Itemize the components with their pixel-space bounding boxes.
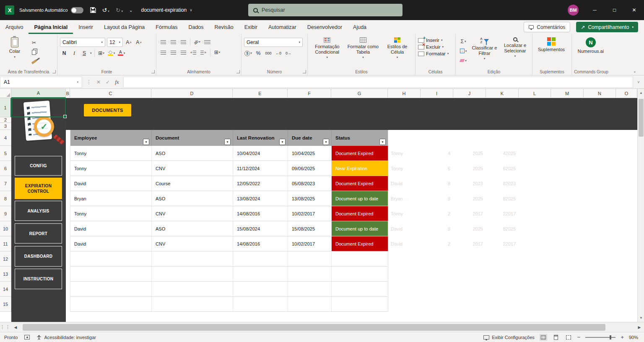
- column-header-n[interactable]: N: [584, 89, 616, 98]
- dialog-launcher-icon[interactable]: [52, 70, 56, 73]
- sort-filter-button[interactable]: AZ Classificar e Filtrar ▾: [470, 36, 499, 68]
- thousand-separator-icon[interactable]: 000: [264, 49, 273, 57]
- select-all-corner[interactable]: [0, 89, 11, 98]
- title-chevron-icon[interactable]: ∨: [190, 8, 192, 12]
- orientation-icon[interactable]: ab▾: [193, 38, 201, 46]
- row-header-12[interactable]: 12: [0, 251, 11, 267]
- wrap-text-icon[interactable]: [203, 38, 211, 46]
- tab-pagina-inicial[interactable]: Página Inicial: [29, 20, 73, 34]
- cell-last-renovation[interactable]: 11/12/2024: [233, 161, 288, 176]
- maximize-button[interactable]: □: [605, 0, 624, 20]
- tab-desenvolvedor[interactable]: Desenvolvedor: [302, 20, 348, 34]
- align-center-icon[interactable]: [169, 48, 177, 57]
- autosum-icon[interactable]: Σ▾: [458, 37, 468, 45]
- underline-icon[interactable]: S: [80, 49, 88, 57]
- insert-function-icon[interactable]: fx: [115, 79, 119, 86]
- align-middle-icon[interactable]: [169, 38, 177, 46]
- cut-icon[interactable]: ✂: [29, 39, 39, 47]
- column-header-m[interactable]: M: [551, 89, 584, 98]
- filter-icon[interactable]: ▾: [143, 139, 149, 145]
- row-header-5[interactable]: 5: [0, 146, 11, 161]
- selected-cell-a1[interactable]: [11, 98, 66, 117]
- table-row-empty[interactable]: [70, 282, 388, 297]
- decrease-font-icon[interactable]: A˅: [135, 38, 143, 47]
- cell-last-renovation[interactable]: 15/08/2024: [233, 221, 288, 236]
- format-as-table-button[interactable]: Formatar como Tabela ▾: [346, 36, 380, 68]
- filter-icon[interactable]: ▾: [279, 139, 286, 145]
- autosave-toggle[interactable]: [71, 7, 83, 13]
- paste-button[interactable]: Colar ▾: [3, 36, 27, 68]
- cancel-icon[interactable]: ✕: [96, 79, 101, 85]
- increase-font-icon[interactable]: A˄: [125, 38, 133, 47]
- cell-last-renovation[interactable]: 12/05/2022: [233, 176, 288, 191]
- save-icon[interactable]: [90, 7, 96, 13]
- cell-due-date[interactable]: 10/02/2017: [288, 206, 332, 221]
- filter-icon[interactable]: ▾: [379, 139, 386, 145]
- sidebar-item-report[interactable]: REPORT: [15, 223, 62, 244]
- cell-document[interactable]: ASO: [152, 221, 233, 236]
- vertical-scroll-thumb[interactable]: [639, 99, 644, 137]
- dialog-launcher-icon[interactable]: [303, 70, 306, 73]
- sidebar-item-dashboard[interactable]: DASHBOARD: [15, 246, 62, 267]
- font-color-icon[interactable]: A ▾: [117, 49, 126, 57]
- normal-view-icon[interactable]: [540, 334, 547, 341]
- cell-styles-button[interactable]: Estilos de Célula ▾: [382, 36, 413, 68]
- format-painter-icon[interactable]: [29, 58, 39, 66]
- status-badge[interactable]: Document Expired: [332, 176, 388, 191]
- align-bottom-icon[interactable]: [179, 38, 187, 46]
- zoom-level[interactable]: 90%: [629, 335, 638, 340]
- avatar[interactable]: BM: [568, 5, 579, 16]
- cell-last-renovation[interactable]: 10/04/2024: [233, 146, 288, 161]
- align-left-icon[interactable]: [159, 48, 167, 57]
- column-header-k[interactable]: K: [486, 89, 519, 98]
- scroll-up-icon[interactable]: ▲: [638, 91, 644, 95]
- cell-document[interactable]: CNV: [152, 161, 233, 176]
- conditional-formatting-button[interactable]: Formatação Condicional ▾: [310, 36, 344, 68]
- header-due-date[interactable]: Due date▾: [288, 130, 332, 146]
- display-settings-button[interactable]: Exibir Configurações: [483, 335, 535, 340]
- cell-document[interactable]: ASO: [152, 191, 233, 206]
- redo-icon[interactable]: ↻▾: [116, 7, 123, 13]
- borders-icon[interactable]: ⊞▾: [97, 49, 106, 57]
- tab-ajuda[interactable]: Ajuda: [348, 20, 372, 34]
- excel-app-icon[interactable]: X: [5, 5, 14, 15]
- cell-employee[interactable]: David: [70, 176, 152, 191]
- status-badge[interactable]: Document Expired: [332, 146, 388, 161]
- horizontal-scrollbar[interactable]: [20, 322, 635, 332]
- cell-employee[interactable]: David: [70, 236, 152, 251]
- italic-icon[interactable]: I: [70, 49, 78, 57]
- tab-exibir[interactable]: Exibir: [239, 20, 263, 34]
- page-layout-view-icon[interactable]: [552, 334, 560, 341]
- scroll-down-icon[interactable]: ▼: [638, 316, 644, 320]
- status-badge[interactable]: Near Expiration: [332, 161, 388, 176]
- bold-icon[interactable]: N: [60, 49, 68, 57]
- cell-document[interactable]: ASO: [152, 146, 233, 161]
- align-top-icon[interactable]: [159, 38, 167, 46]
- accessibility-status[interactable]: Acessibilidade: investigar: [36, 335, 96, 340]
- merge-center-icon[interactable]: ⊞▾: [213, 48, 221, 57]
- cell-last-renovation[interactable]: 14/08/2016: [233, 206, 288, 221]
- cell-employee[interactable]: Bryan: [70, 191, 152, 206]
- column-header-f[interactable]: F: [288, 89, 331, 98]
- row-header-2[interactable]: 2: [0, 117, 11, 123]
- column-header-b[interactable]: B: [66, 89, 70, 98]
- fill-color-icon[interactable]: ▾: [107, 49, 116, 57]
- increase-decimal-icon[interactable]: ←0: [274, 49, 283, 57]
- name-box-input[interactable]: [4, 79, 62, 85]
- row-header-4[interactable]: 4: [0, 130, 11, 146]
- cell-document[interactable]: Course: [152, 176, 233, 191]
- sidebar-item-config[interactable]: CONFIG: [15, 156, 62, 176]
- row-header-7[interactable]: 7: [0, 176, 11, 191]
- dialog-launcher-icon[interactable]: [151, 70, 155, 73]
- document-title[interactable]: document-expiration: [141, 7, 187, 13]
- tab-automatizar[interactable]: Automatizar: [263, 20, 302, 34]
- status-badge[interactable]: Document up to date: [332, 221, 388, 236]
- header-status[interactable]: Status▾: [332, 130, 388, 146]
- row-header-6[interactable]: 6: [0, 161, 11, 176]
- tab-layout-da-pagina[interactable]: Layout da Página: [99, 20, 150, 34]
- horizontal-scroll-thumb[interactable]: [23, 324, 605, 331]
- format-cells-button[interactable]: Formatar ▾: [418, 51, 449, 56]
- cell-due-date[interactable]: 13/08/2025: [288, 191, 332, 206]
- row-header-14[interactable]: 14: [0, 282, 11, 297]
- cell-due-date[interactable]: 10/04/2025: [288, 146, 332, 161]
